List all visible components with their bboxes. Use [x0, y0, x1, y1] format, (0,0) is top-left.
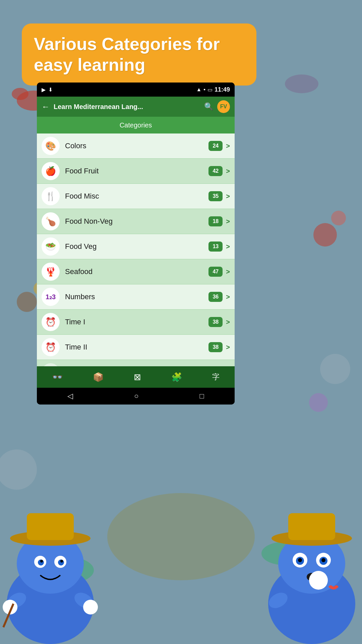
svg-point-22: [60, 560, 63, 562]
svg-point-6: [313, 223, 337, 247]
item-label-seafood: Seafood: [65, 267, 208, 276]
status-bar: ▶ ⬇ ▲ ▪ ▭ 11:49: [37, 83, 235, 97]
header-bubble-text: Various Categories for easy learning: [34, 34, 220, 74]
svg-point-39: [309, 571, 328, 590]
flashcards-icon: 👓: [52, 372, 63, 382]
box-icon: 📦: [93, 372, 104, 382]
nav-item-box[interactable]: 📦: [93, 372, 104, 382]
item-count-time-ii: 38: [208, 342, 223, 352]
svg-point-4: [17, 292, 37, 312]
back-button[interactable]: ←: [42, 102, 50, 111]
svg-rect-31: [288, 513, 335, 540]
item-chevron-time-ii: >: [226, 343, 230, 351]
svg-rect-16: [27, 513, 74, 540]
item-count-time-i: 38: [208, 317, 223, 327]
item-label-food-non-veg: Food Non-Veg: [65, 217, 208, 226]
item-label-colors: Colors: [65, 142, 208, 150]
android-home-button[interactable]: ○: [134, 392, 138, 400]
search-button[interactable]: 🔍: [204, 102, 213, 111]
wifi-icon: ▲: [196, 87, 201, 93]
item-count-food-veg: 13: [208, 241, 223, 252]
list-item[interactable]: ⏰ Time II 38 >: [37, 335, 235, 360]
list-item[interactable]: 1₂3 Numbers 36 >: [37, 284, 235, 310]
item-label-food-veg: Food Veg: [65, 242, 208, 251]
item-chevron-food-misc: >: [226, 193, 230, 200]
item-count-colors: 24: [208, 141, 223, 151]
item-icon-food-non-veg: 🍗: [42, 212, 60, 230]
item-chevron-time-i: >: [226, 318, 230, 326]
status-icons-right: ▲ ▪ ▭ 11:49: [196, 86, 230, 93]
categories-header: Categories: [37, 117, 235, 133]
list-item[interactable]: 🦞 Seafood 47 >: [37, 259, 235, 284]
item-chevron-seafood: >: [226, 268, 230, 276]
list-item[interactable]: 🍎 Food Fruit 42 >: [37, 159, 235, 184]
item-icon-food-fruit: 🍎: [42, 162, 60, 180]
puzzle-icon: 🧩: [171, 372, 182, 382]
svg-point-7: [331, 211, 346, 225]
download-icon: ⬇: [48, 87, 53, 93]
grid-icon: ⊠: [134, 372, 141, 382]
list-item[interactable]: 🎨 Colors 24 >: [37, 133, 235, 159]
item-chevron-colors: >: [226, 142, 230, 150]
item-icon-food-misc: 🍴: [42, 187, 60, 205]
categories-list: 🎨 Colors 24 > 🍎 Food Fruit 42 > 🍴 Food M…: [37, 133, 235, 366]
android-back-button[interactable]: ◁: [67, 392, 73, 400]
item-icon-colors: 🎨: [42, 137, 60, 155]
svg-point-3: [285, 74, 318, 93]
list-item[interactable]: 🥗 Food Veg 13 >: [37, 234, 235, 259]
item-icon-more: 📖: [42, 363, 60, 366]
item-icon-seafood: 🦞: [42, 263, 60, 281]
item-count-food-non-veg: 18: [208, 216, 223, 226]
item-count-seafood: 47: [208, 267, 223, 277]
list-item[interactable]: 🍗 Food Non-Veg 18 >: [37, 209, 235, 234]
nav-item-kanji[interactable]: 字: [212, 372, 220, 382]
list-item[interactable]: ⏰ Time I 38 >: [37, 310, 235, 335]
notification-icon: ▶: [42, 87, 46, 93]
battery-icon: ▭: [207, 87, 213, 93]
header-bubble: Various Categories for easy learning: [22, 23, 256, 86]
mascot-right: [261, 476, 362, 644]
item-chevron-food-fruit: >: [226, 167, 230, 175]
nav-item-grid[interactable]: ⊠: [134, 372, 141, 382]
svg-point-0: [107, 493, 255, 580]
nav-item-flashcards[interactable]: 👓: [52, 372, 63, 382]
item-label-food-misc: Food Misc: [65, 192, 208, 201]
categories-label: Categories: [120, 121, 152, 129]
item-chevron-food-non-veg: >: [226, 218, 230, 225]
nav-item-puzzle[interactable]: 🧩: [171, 372, 182, 382]
item-count-numbers: 36: [208, 292, 223, 302]
status-icons-left: ▶ ⬇: [42, 87, 53, 93]
item-icon-numbers: 1₂3: [42, 288, 60, 306]
app-toolbar: ← Learn Mediterranean Lang... 🔍 FV: [37, 97, 235, 117]
kanji-icon: 字: [212, 372, 220, 382]
android-recents-button[interactable]: □: [200, 392, 204, 400]
svg-point-21: [40, 560, 43, 562]
item-label-food-fruit: Food Fruit: [65, 167, 208, 175]
list-item[interactable]: 📖 >: [37, 360, 235, 366]
android-nav-bar: ◁ ○ □: [37, 388, 235, 405]
svg-point-12: [320, 354, 350, 384]
item-count-food-misc: 35: [208, 191, 223, 201]
item-label-numbers: Numbers: [65, 292, 208, 301]
item-chevron-food-veg: >: [226, 243, 230, 251]
toolbar-title: Learn Mediterranean Lang...: [54, 103, 200, 111]
item-icon-time-ii: ⏰: [42, 338, 60, 356]
item-icon-food-veg: 🥗: [42, 237, 60, 256]
list-item[interactable]: 🍴 Food Misc 35 >: [37, 184, 235, 209]
mascot-left: [0, 476, 101, 644]
item-chevron-numbers: >: [226, 293, 230, 301]
item-icon-time-i: ⏰: [42, 313, 60, 331]
svg-point-8: [309, 393, 328, 412]
svg-point-26: [83, 600, 98, 614]
svg-point-2: [12, 88, 28, 100]
item-label-time-ii: Time II: [65, 343, 208, 352]
item-count-food-fruit: 42: [208, 166, 223, 176]
signal-icon: ▪: [203, 87, 205, 93]
svg-point-37: [321, 558, 325, 562]
svg-point-36: [298, 558, 302, 562]
item-label-time-i: Time I: [65, 318, 208, 326]
bottom-nav: 👓 📦 ⊠ 🧩 字: [37, 366, 235, 388]
app-logo: FV: [217, 100, 230, 113]
phone-frame: ▶ ⬇ ▲ ▪ ▭ 11:49 ← Learn Mediterranean La…: [37, 83, 235, 405]
status-time: 11:49: [215, 86, 230, 93]
